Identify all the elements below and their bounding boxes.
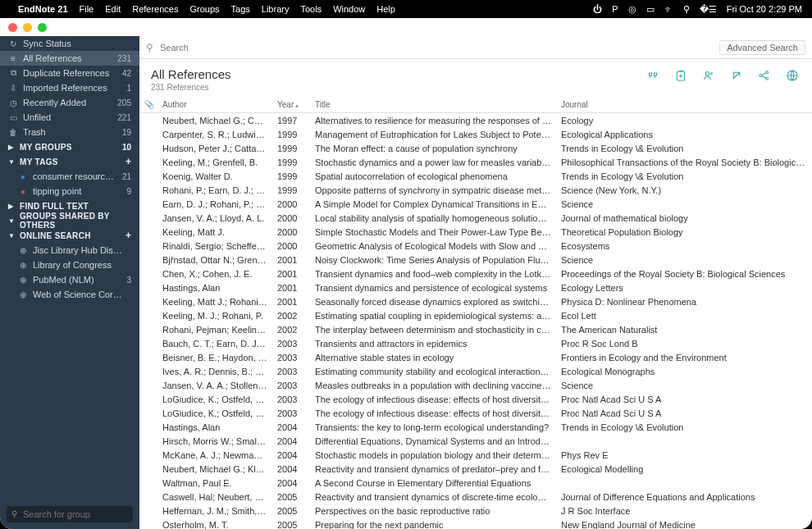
- table-row[interactable]: Hirsch, Morris W.; Smale, Step... 2004 D…: [139, 434, 812, 448]
- table-row[interactable]: Heffernan, J. M.; Smith, R. J.; ... 2005…: [139, 504, 812, 518]
- year-cell: 1999: [272, 169, 310, 183]
- table-row[interactable]: Bauch, C. T.; Earn, D. J. D. 2003 Transi…: [139, 336, 812, 350]
- sidebar-header-shared[interactable]: ▼ GROUPS SHARED BY OTHERS: [0, 213, 139, 228]
- sidebar-item-recently-added[interactable]: ◷ Recently Added 205: [0, 95, 139, 110]
- sidebar-search-input[interactable]: [7, 506, 133, 522]
- reference-table-wrap[interactable]: 📎 Author Year Title Journal Neubert, Mic…: [139, 97, 812, 529]
- sidebar-header-online-search[interactable]: ▼ ONLINE SEARCH +: [0, 228, 139, 243]
- year-cell: 2005: [272, 504, 310, 518]
- table-row[interactable]: Neubert, Michael G.; Klanjscek,... 2004 …: [139, 462, 812, 476]
- page-subtitle: 231 References: [151, 83, 231, 92]
- clock[interactable]: Fri Oct 20 2:29 PM: [727, 4, 802, 14]
- menu-help[interactable]: Help: [376, 4, 395, 14]
- column-header-title[interactable]: Title: [310, 97, 556, 113]
- sidebar-item-duplicate-references[interactable]: ⧉ Duplicate References 42: [0, 66, 139, 80]
- table-row[interactable]: Rinaldi, Sergio; Scheffer, Marten 2000 G…: [139, 239, 812, 253]
- table-row[interactable]: Earn, D. J.; Rohani, P.; Bolker, B... 20…: [139, 197, 812, 211]
- sidebar-online-source[interactable]: ⊕ PubMed (NLM) 3: [0, 272, 139, 287]
- table-row[interactable]: Hastings, Alan 2001 Transient dynamics a…: [139, 280, 812, 294]
- menu-library[interactable]: Library: [262, 4, 290, 14]
- add-person-icon[interactable]: [700, 67, 717, 84]
- table-row[interactable]: Keeling, M.; Grenfell, B. 1999 Stochasti…: [139, 155, 812, 169]
- table-row[interactable]: Jansen, V. A.; Lloyd, A. L. 2000 Local s…: [139, 211, 812, 225]
- status-icon[interactable]: P: [612, 4, 618, 14]
- sidebar-item-sync-status[interactable]: ↻ Sync Status: [0, 36, 139, 51]
- app-name[interactable]: EndNote 21: [18, 4, 68, 14]
- column-header-clip[interactable]: 📎: [139, 97, 157, 113]
- author-cell: Earn, D. J.; Rohani, P.; Bolker, B...: [157, 197, 272, 211]
- table-row[interactable]: Waltman, Paul E. 2004 A Second Course in…: [139, 476, 812, 490]
- table-row[interactable]: Bjřnstad, Ottar N.; Grenfell, Bry... 200…: [139, 253, 812, 267]
- menu-references[interactable]: References: [132, 4, 178, 14]
- menu-tools[interactable]: Tools: [300, 4, 322, 14]
- table-row[interactable]: Carpenter, S. R.; Ludwig, D.; Br... 1999…: [139, 127, 812, 141]
- author-cell: Hastings, Alan: [157, 420, 272, 434]
- column-header-year[interactable]: Year: [272, 97, 310, 113]
- sidebar-item-unfiled[interactable]: ▭ Unfiled 221: [0, 110, 139, 125]
- add-tag-icon[interactable]: +: [125, 156, 131, 167]
- journal-cell: Philosophical Transactions of the Royal …: [556, 155, 812, 169]
- sidebar-item-imported-references[interactable]: ⇩ Imported References 1: [0, 80, 139, 95]
- table-row[interactable]: Neubert, Michael G.; Caswell,... 1997 Al…: [139, 113, 812, 128]
- copy-icon[interactable]: [673, 67, 689, 84]
- table-row[interactable]: Jansen, V. A. A.; Stollenwerk, N... 2003…: [139, 378, 812, 392]
- sidebar-online-source[interactable]: ⊕ Jisc Library Hub Discover: [0, 243, 139, 258]
- menu-window[interactable]: Window: [333, 4, 365, 14]
- table-row[interactable]: Koenig, Walter D. 1999 Spatial autocorre…: [139, 169, 812, 183]
- title-cell: Simple Stochastic Models and Their Power…: [310, 225, 556, 239]
- sidebar-tag[interactable]: ● tipping point 9: [0, 184, 139, 198]
- sidebar-item-all-references[interactable]: ≡ All References 231: [0, 51, 139, 66]
- table-row[interactable]: Rohani, P.; Earn, D. J.; Grenfell,... 19…: [139, 183, 812, 197]
- table-row[interactable]: Osterholm, M. T. 2005 Preparing for the …: [139, 518, 812, 529]
- table-row[interactable]: McKane, A. J.; Newman, T. J. 2004 Stocha…: [139, 448, 812, 462]
- table-row[interactable]: Ives, A. R.; Dennis, B.; Cottingh... 200…: [139, 364, 812, 378]
- table-row[interactable]: Keeling, Matt J.; Rohani, Pejma... 2001 …: [139, 294, 812, 308]
- minimize-window-button[interactable]: [23, 23, 32, 32]
- export-icon[interactable]: [728, 67, 745, 84]
- table-row[interactable]: Keeling, Matt J. 2000 Simple Stochastic …: [139, 225, 812, 239]
- table-row[interactable]: Hudson, Peter J.; Cattadori, Isa... 1999…: [139, 141, 812, 155]
- sidebar-tag[interactable]: ● consumer resource model 21: [0, 169, 139, 184]
- sidebar-online-source[interactable]: ⊕ Web of Science Core Collectio...: [0, 287, 139, 302]
- sidebar-online-source[interactable]: ⊕ Library of Congress: [0, 258, 139, 272]
- author-cell: Chen, X.; Cohen, J. E.: [157, 267, 272, 280]
- search-icon[interactable]: ⚲: [683, 4, 690, 15]
- title-cell: Transients: the key to long-term ecologi…: [310, 420, 556, 434]
- table-row[interactable]: Keeling, M. J.; Rohani, P. 2002 Estimati…: [139, 308, 812, 322]
- sidebar-header-my-tags[interactable]: ▼ MY TAGS +: [0, 154, 139, 169]
- close-window-button[interactable]: [8, 23, 17, 32]
- status-icon[interactable]: ◎: [628, 4, 636, 15]
- table-row[interactable]: LoGiudice, K.; Ostfeld, R. S.; Sc... 200…: [139, 392, 812, 406]
- macos-menubar: EndNote 21 FileEditReferencesGroupsTagsL…: [0, 0, 812, 18]
- share-icon[interactable]: [756, 67, 773, 84]
- column-header-author[interactable]: Author: [157, 97, 272, 113]
- quote-icon[interactable]: [645, 67, 661, 84]
- menu-tags[interactable]: Tags: [231, 4, 250, 14]
- author-cell: Caswell, Hal; Neubert, Michael...: [157, 490, 272, 504]
- table-row[interactable]: LoGiudice, K.; Ostfeld, R. S.; Sc... 200…: [139, 406, 812, 420]
- clip-cell: [139, 350, 157, 364]
- control-center-icon[interactable]: �⁠☰: [700, 4, 717, 15]
- menu-file[interactable]: File: [80, 4, 94, 14]
- column-header-journal[interactable]: Journal: [556, 97, 812, 113]
- sidebar-header-my-groups[interactable]: ▶ MY GROUPS 10: [0, 139, 139, 154]
- wifi-icon[interactable]: ᯤ: [664, 4, 673, 14]
- year-cell: 2004: [272, 476, 310, 490]
- add-online-icon[interactable]: +: [125, 230, 131, 241]
- battery-icon[interactable]: ▭: [646, 4, 655, 15]
- table-row[interactable]: Rohani, Pejman; Keeling, Matth... 2002 T…: [139, 322, 812, 336]
- menu-groups[interactable]: Groups: [189, 4, 219, 14]
- author-cell: Rinaldi, Sergio; Scheffer, Marten: [157, 239, 272, 253]
- menu-edit[interactable]: Edit: [105, 4, 121, 14]
- maximize-window-button[interactable]: [38, 23, 47, 32]
- web-icon[interactable]: [784, 67, 801, 84]
- table-row[interactable]: Beisner, B. E.; Haydon, D. T.; C... 2003…: [139, 350, 812, 364]
- table-row[interactable]: Hastings, Alan 2004 Transients: the key …: [139, 420, 812, 434]
- sidebar-item-trash[interactable]: 🗑 Trash 19: [0, 125, 139, 139]
- status-icon[interactable]: ⏻: [593, 4, 602, 14]
- year-cell: 2000: [272, 225, 310, 239]
- advanced-search-button[interactable]: Advanced Search: [719, 40, 805, 55]
- search-input[interactable]: [160, 43, 713, 52]
- table-row[interactable]: Caswell, Hal; Neubert, Michael... 2005 R…: [139, 490, 812, 504]
- table-row[interactable]: Chen, X.; Cohen, J. E. 2001 Transient dy…: [139, 267, 812, 280]
